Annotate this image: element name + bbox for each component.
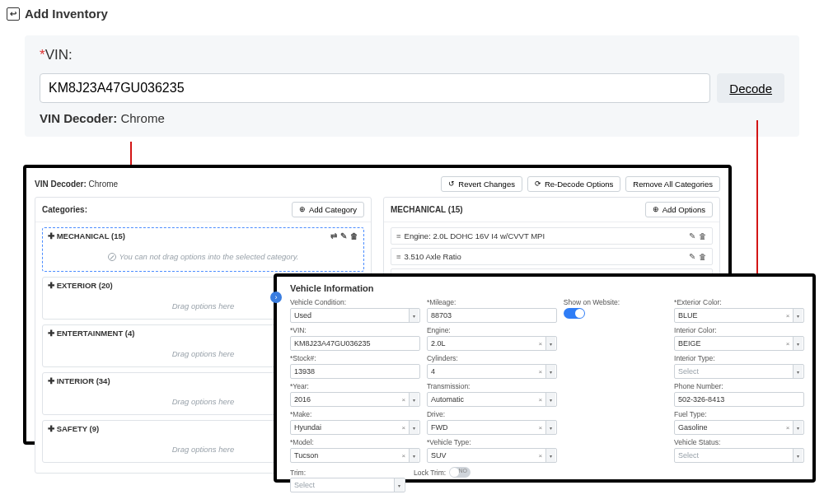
trim-select[interactable]: Select▾ [290,478,405,492]
clear-icon[interactable]: × [784,309,792,322]
chevron-down-icon: ▾ [409,421,419,434]
clear-icon[interactable]: × [536,365,545,378]
chevron-down-icon: ▾ [545,449,555,462]
delete-icon[interactable]: 🗑 [350,231,358,240]
show-on-website-toggle[interactable] [564,308,585,319]
option-row[interactable]: ≡Engine: 2.0L DOHC 16V I4 w/CVVT MPI✎🗑 [391,227,713,245]
remove-all-categories-button[interactable]: Remove All Categories [625,176,720,192]
chevron-down-icon: ▾ [793,309,803,322]
back-icon[interactable]: ↩ [7,7,20,21]
add-category-button[interactable]: ⊕Add Category [292,202,364,217]
refresh-icon: ⟳ [535,180,541,188]
lock-trim-toggle[interactable]: NO [449,467,471,478]
vehicle-status-select[interactable]: Select▾ [674,448,804,463]
fuel-type-input[interactable]: Gasoline×▾ [674,420,804,435]
grip-icon[interactable]: ≡ [396,231,401,240]
edit-icon[interactable]: ✎ [689,252,695,261]
revert-changes-button[interactable]: ↺Revert Changes [441,176,522,192]
engine-input[interactable]: 2.0L×▾ [427,336,557,351]
plus-circle-icon: ⊕ [653,206,659,213]
page-title: Add Inventory [25,7,108,21]
chevron-down-icon: ▾ [793,337,803,350]
chevron-down-icon: ▾ [793,421,803,434]
indicator-arrow-2 [756,120,758,296]
expand-collapse-icon[interactable]: › [270,292,282,303]
chevron-down-icon: ▾ [545,337,555,350]
clear-icon[interactable]: × [784,337,792,350]
clear-icon[interactable]: × [400,393,408,406]
vehicle-info-title: Vehicle Information [290,282,804,298]
add-options-button[interactable]: ⊕Add Options [645,202,713,217]
clear-icon[interactable]: × [536,393,545,406]
chevron-down-icon: ▾ [409,449,419,462]
grip-icon[interactable]: ≡ [396,252,401,261]
chevron-down-icon: ▾ [409,393,419,406]
clear-icon[interactable]: × [536,421,545,434]
model-input[interactable]: Tucson×▾ [290,448,420,463]
phone-input[interactable]: 502-326-8413 [674,392,804,407]
clear-icon[interactable]: × [784,421,792,434]
revert-icon: ↺ [448,180,455,188]
swap-icon[interactable]: ⇄ [330,231,337,240]
chevron-down-icon: ▾ [545,365,555,378]
stock-input[interactable]: 13938 [290,364,420,379]
frame1-decoder-label: VIN Decoder: Chrome [35,180,118,189]
vehicle-condition-select[interactable]: Used▾ [290,308,420,323]
category-mechanical[interactable]: ✚ MECHANICAL (15) ⇄ ✎ 🗑 You can not drag… [42,227,364,272]
categories-header: Categories: [42,205,87,214]
edit-icon[interactable]: ✎ [340,231,347,240]
exterior-color-input[interactable]: BLUE×▾ [674,308,804,323]
vin-label: *VIN: [40,47,784,63]
delete-icon[interactable]: 🗑 [699,252,707,261]
transmission-input[interactable]: Automatic×▾ [427,392,557,407]
clear-icon[interactable]: × [536,337,545,350]
redecode-options-button[interactable]: ⟳Re-Decode Options [527,176,620,192]
mileage-input[interactable]: 88703 [427,308,557,323]
chevron-down-icon: ▾ [545,421,555,434]
option-row[interactable]: ≡3.510 Axle Ratio✎🗑 [391,248,713,265]
edit-icon[interactable]: ✎ [689,231,695,240]
delete-icon[interactable]: 🗑 [699,231,707,240]
ban-icon [108,253,116,261]
clear-icon[interactable]: × [536,449,545,462]
drive-input[interactable]: FWD×▾ [427,420,557,435]
chevron-down-icon: ▾ [545,393,555,406]
clear-icon[interactable]: × [400,449,408,462]
interior-color-input[interactable]: BEIGE×▾ [674,336,804,351]
chevron-down-icon: ▾ [793,365,803,378]
make-input[interactable]: Hyundai×▾ [290,420,420,435]
vin-decoder-line: VIN Decoder: Chrome [40,111,784,125]
interior-type-select[interactable]: Select▾ [674,364,804,379]
chevron-down-icon: ▾ [793,449,803,462]
options-header: MECHANICAL (15) [391,205,463,214]
vehicle-type-input[interactable]: SUV×▾ [427,448,557,463]
decode-button[interactable]: Decode [717,73,784,103]
chevron-down-icon: ▾ [394,478,404,492]
vin-panel: *VIN: Decode VIN Decoder: Chrome [25,35,799,137]
cylinders-input[interactable]: 4×▾ [427,364,557,379]
vin-input[interactable] [40,73,710,103]
clear-icon[interactable]: × [400,421,408,434]
year-input[interactable]: 2016×▾ [290,392,420,407]
vehicle-info-frame: › Vehicle Information Vehicle Condition:… [274,273,816,483]
page-header: ↩ Add Inventory [0,0,824,26]
plus-circle-icon: ⊕ [299,206,306,213]
vin-field[interactable]: KM8J23A47GU036235 [290,336,420,351]
chevron-down-icon: ▾ [409,309,419,322]
